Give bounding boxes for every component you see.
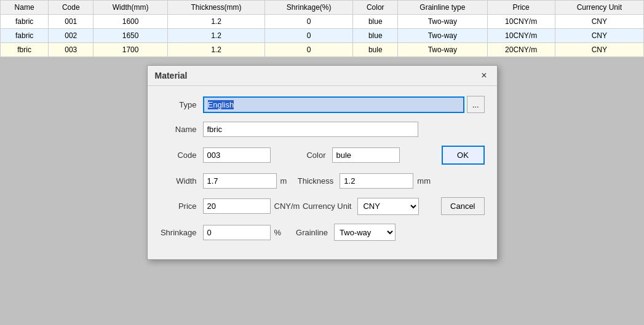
dialog-titlebar: Material × [148,66,497,86]
grainline-label: Grainline [291,228,334,237]
thickness-unit: mm [413,176,431,186]
width-thickness-row: Width m Thickness mm [160,173,485,189]
shrinkage-unit: % [271,228,282,237]
dialog-close-button[interactable]: × [479,71,489,80]
thickness-label: Thickness [296,176,340,186]
dialog-title: Material [155,71,188,80]
dialog-body: Type ... Name Code Color OK Widt [148,86,497,259]
code-color-row: Code Color OK [160,146,485,165]
browse-button[interactable]: ... [467,96,485,113]
code-label: Code [160,151,203,160]
currency-label: Currency Unit [302,202,357,211]
shrinkage-label: Shrinkage [160,228,203,237]
price-input[interactable] [203,198,271,214]
material-dialog: Material × Type ... Name Code Color [147,65,498,260]
type-row: Type ... [160,96,485,113]
price-unit: CNY/m [271,202,300,211]
dialog-overlay: Material × Type ... Name Code Color [0,0,644,325]
grainline-select[interactable]: Two-wayOne-wayNone [334,224,396,241]
code-input[interactable] [203,147,271,163]
shrinkage-input[interactable] [203,225,271,240]
color-input[interactable] [332,147,400,163]
thickness-input[interactable] [340,173,413,189]
shrinkage-grainline-row: Shrinkage % Grainline Two-wayOne-wayNone [160,224,485,241]
price-currency-row: Price CNY/m Currency Unit CNYUSDEUR Canc… [160,197,485,215]
ok-button[interactable]: OK [442,146,485,165]
color-label: Color [295,151,332,160]
width-input[interactable] [203,173,277,189]
cancel-button[interactable]: Cancel [441,197,484,215]
width-unit: m [277,176,287,186]
type-input[interactable] [203,96,464,113]
width-label: Width [160,176,203,186]
name-row: Name [160,122,485,137]
price-label: Price [160,202,203,211]
name-input[interactable] [203,122,418,137]
type-label: Type [160,100,203,109]
currency-select[interactable]: CNYUSDEUR [357,198,419,215]
name-label: Name [160,125,203,134]
